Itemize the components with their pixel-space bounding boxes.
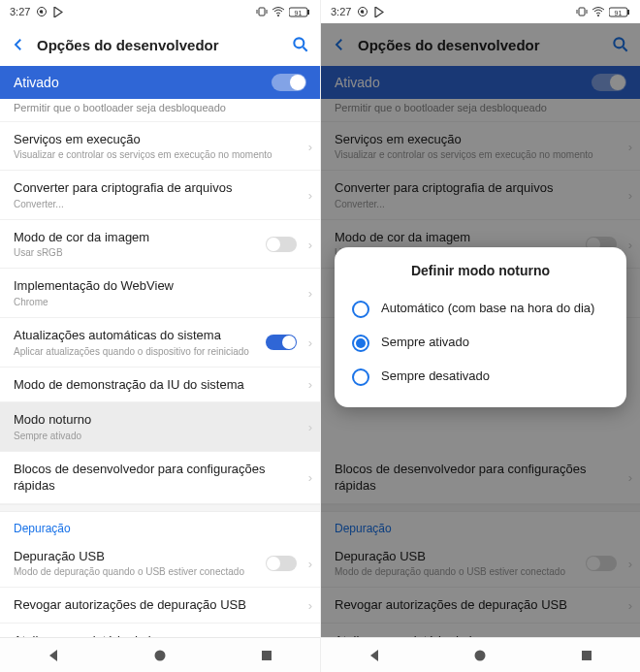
row-revoke-usb[interactable]: Revogar autorizações de depuração USB › [0,588,320,624]
chevron-right-icon: › [308,139,312,153]
wifi-icon [592,7,605,16]
svg-point-4 [277,15,279,16]
master-toggle-row[interactable]: Ativado [0,66,320,99]
chevron-right-icon: › [308,598,312,613]
option-automatic[interactable]: Automático (com base na hora do dia) [348,292,613,326]
svg-rect-1 [259,8,265,16]
chevron-right-icon: › [308,556,312,570]
svg-point-22 [475,650,486,660]
svg-rect-11 [262,651,272,660]
play-icon [374,7,384,17]
auto-updates-switch[interactable] [266,335,297,350]
nav-home-button[interactable] [471,647,489,664]
row-webview[interactable]: Implementação do WebView Chrome › [0,269,320,318]
svg-rect-18 [627,10,629,15]
back-button[interactable] [10,36,33,53]
radio-icon [352,335,369,352]
option-label: Sempre desativado [381,368,490,385]
search-button[interactable] [291,35,310,54]
nav-recent-button[interactable] [258,647,275,664]
whatsapp-icon [357,6,368,17]
chevron-right-icon: › [308,237,312,251]
radio-icon [352,301,369,318]
svg-rect-13 [579,8,585,16]
whatsapp-icon [36,6,48,17]
dialog-title: Definir modo noturno [348,263,613,278]
chevron-right-icon: › [308,419,312,433]
section-gap [0,504,320,512]
option-label: Automático (com base na hora do dia) [381,300,594,317]
chevron-right-icon: › [308,188,312,203]
status-time: 3:27 [331,6,351,17]
screenshot-left: 3:27 91 Opções do desenvolvedor [0,0,320,672]
nav-back-button[interactable] [366,647,383,664]
chevron-right-icon: › [308,335,312,349]
svg-text:91: 91 [615,9,623,16]
svg-rect-23 [582,651,592,660]
row-demo-mode[interactable]: Modo de demonstração da IU do sistema › [0,368,320,403]
vibrate-icon [576,7,588,16]
chevron-right-icon: › [308,470,312,485]
row-auto-updates[interactable]: Atualizações automáticas do sistema Apli… [0,318,320,368]
svg-rect-6 [307,10,309,15]
wifi-icon [272,7,285,16]
option-always-on[interactable]: Sempre ativado [348,326,613,360]
chevron-right-icon: › [308,377,312,392]
row-night-mode[interactable]: Modo noturno Sempre ativado › [0,402,320,452]
row-color-mode[interactable]: Modo de cor da imagem Usar sRGB › [0,220,320,270]
svg-point-16 [597,15,599,16]
app-bar: Opções do desenvolvedor [0,23,320,66]
status-bar: 3:27 91 [321,0,640,23]
battery-icon: 91 [289,7,310,17]
screenshot-right: 3:27 91 Opções do desenvolvedor [320,0,640,672]
row-convert-encryption[interactable]: Converter para criptografia de arquivos … [0,171,320,220]
row-bootloader[interactable]: Permitir que o bootloader seja desbloque… [0,99,320,122]
row-bug-report-shortcut[interactable]: Atalho para relatório do bug Mostrar um … [0,624,320,637]
settings-list: Permitir que o bootloader seja desbloque… [0,99,320,637]
color-mode-switch[interactable] [266,237,297,252]
row-dev-tiles[interactable]: Blocos de desenvolvedor para configuraçõ… [0,452,320,504]
play-icon [53,7,63,17]
status-time: 3:27 [10,6,30,17]
row-running-services[interactable]: Serviços em execução Visualizar e contro… [0,122,320,172]
status-bar: 3:27 91 [0,0,320,23]
nav-recent-button[interactable] [578,647,595,664]
radio-icon [352,368,369,386]
night-mode-dialog: Definir modo noturno Automático (com bas… [335,247,626,407]
usb-debugging-switch[interactable] [266,556,297,571]
svg-point-8 [294,38,304,48]
nav-bar [0,637,320,672]
option-always-off[interactable]: Sempre desativado [348,360,613,394]
page-title: Opções do desenvolvedor [33,37,291,53]
svg-point-10 [155,650,166,660]
vibrate-icon [256,7,268,16]
nav-bar [321,637,640,672]
master-toggle-switch[interactable] [272,74,306,91]
nav-back-button[interactable] [45,647,62,664]
option-label: Sempre ativado [381,334,469,351]
nav-home-button[interactable] [151,647,169,664]
master-toggle-label: Ativado [14,75,59,90]
svg-line-9 [304,48,307,51]
svg-text:91: 91 [295,9,303,16]
row-usb-debugging[interactable]: Depuração USB Modo de depuração quando o… [0,539,320,589]
chevron-right-icon: › [308,286,312,301]
battery-icon: 91 [609,7,630,17]
section-header-debug: Depuração [0,512,320,539]
